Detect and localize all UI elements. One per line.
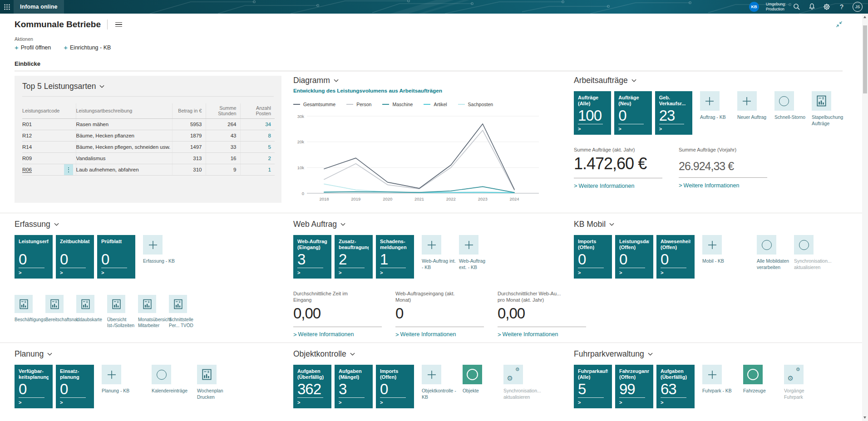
top5-title[interactable]: Top 5 Leistungsarten	[22, 82, 104, 91]
help-icon[interactable]: ?	[838, 3, 846, 11]
cell-stunden[interactable]: 43	[206, 130, 240, 142]
table-row-selected[interactable]: R06 Laub aufnehmen, abfahren 310 9 1	[22, 164, 275, 176]
web-auftrag-title[interactable]: Web Auftrag	[293, 220, 345, 229]
action-web-auftrag-int[interactable]: Web-Auftrag int. - KB	[422, 235, 452, 270]
diagramm-title[interactable]: Diagramm	[293, 76, 339, 85]
cell-betrag[interactable]: 1879	[172, 130, 206, 142]
cell-code[interactable]: R12	[22, 130, 76, 142]
report-uebersicht-sollzeiten[interactable]: Übersicht Ist-/Sollzeiten	[107, 295, 137, 328]
cell-posten-link[interactable]: 5	[240, 142, 275, 153]
action-schnell-storno[interactable]: Schnell-Storno	[774, 91, 804, 121]
cell-stunden[interactable]: 9	[206, 164, 240, 176]
weitere-informationen-link[interactable]: > Weitere Informationen	[574, 182, 662, 189]
action-auftrag-kb[interactable]: Auftrag - KB	[700, 91, 730, 121]
cue-tile-aufgaben-ueberfaellig[interactable]: Aufgaben (Überfällig) 362 >	[293, 365, 331, 408]
report-monatsuebersicht[interactable]: Monatsübersicht Mitarbeiter	[138, 295, 168, 328]
cue-tile-imports-offen[interactable]: Imports (Offen) 0 >	[376, 365, 414, 408]
cue-tile-pruefblatt[interactable]: Prüfblatt 0 >	[97, 235, 135, 279]
cue-tile-zusatzbeauftragungen[interactable]: Zusatz-beauftragungen 2 >	[335, 235, 373, 279]
cue-tile-aufgaben-maengel[interactable]: Aufgaben (Mängel) 3 >	[335, 365, 373, 408]
cue-tile-auftraege-alle[interactable]: Aufträge (Alle) 100 >	[574, 91, 611, 135]
cell-code[interactable]: R14	[22, 142, 76, 153]
action-kalendereintraege[interactable]: Kalendereinträge	[152, 365, 182, 394]
action-wochenplan-drucken[interactable]: Wochenplan Drucken	[197, 365, 227, 400]
scrollbar-thumb[interactable]	[863, 25, 867, 93]
action-synchronisation[interactable]: ⚙︎⚙︎ Synchronisation... aktualisieren	[503, 365, 533, 400]
action-alle-mobildaten[interactable]: Alle Mobildaten verarbeiten	[757, 235, 787, 270]
cue-tile-auftraege-neu[interactable]: Aufträge (Neu) 0 >	[614, 91, 651, 135]
cue-tile-imports-offen[interactable]: Imports (Offen) 0 >	[574, 235, 612, 279]
app-launcher-icon[interactable]	[0, 0, 14, 14]
cell-desc[interactable]: Vandalismus	[76, 153, 172, 164]
cell-stunden[interactable]: 16	[206, 153, 240, 164]
cell-posten-link[interactable]: 34	[240, 119, 275, 130]
collapse-icon[interactable]	[836, 21, 843, 29]
action-vorgaenge-fuhrpark[interactable]: ⚙︎⚙︎ Vorgänge Fuhrpark	[784, 365, 814, 400]
cell-posten-link[interactable]: 8	[240, 130, 275, 142]
cue-tile-web-auftrag-eingang[interactable]: Web-Auftrag (Eingang) 3 >	[293, 235, 331, 279]
legend-item[interactable]: Maschine	[382, 102, 413, 107]
cell-stunden[interactable]: 33	[206, 142, 240, 153]
legend-item[interactable]: Artikel	[424, 102, 447, 107]
app-title[interactable]: Infoma online	[14, 0, 64, 14]
cell-code[interactable]: R01	[22, 119, 76, 130]
cue-tile-fuhrparkauftraege-alle[interactable]: Fuhrparkaufträ... (Alle) 5 >	[574, 365, 612, 408]
cell-code-link[interactable]: R06	[22, 167, 32, 173]
report-schnittstelle-tvoed[interactable]: Schnittstelle Per... TVÖD	[169, 295, 199, 328]
setup-kb-action[interactable]: + Einrichtung - KB	[64, 44, 111, 51]
action-fahrzeuge[interactable]: Fahrzeuge	[743, 365, 773, 394]
cue-tile-leistungsdaten-offen[interactable]: Leistungsdaten (Offen) 0 >	[615, 235, 653, 279]
table-row[interactable]: R12 Bäume, Hecken pflanzen 1879 43 8	[22, 130, 275, 142]
col-header-stunden[interactable]: Summe Stunden	[206, 103, 240, 119]
cell-betrag[interactable]: 5953	[172, 119, 206, 130]
vertical-scrollbar[interactable]	[862, 14, 868, 421]
col-header-code[interactable]: Leistungsartcode	[22, 103, 76, 119]
action-synchronisation[interactable]: Synchronisation... aktualisieren	[794, 235, 824, 270]
weitere-informationen-link[interactable]: > Weitere Informationen	[498, 331, 586, 338]
cell-posten-link[interactable]: 2	[240, 153, 275, 164]
action-objektkontrolle-kb[interactable]: Objektkontrolle - KB	[422, 365, 452, 400]
cell-betrag[interactable]: 313	[172, 153, 206, 164]
objektkontrolle-title[interactable]: Objektkontrolle	[293, 349, 355, 359]
search-icon[interactable]	[793, 3, 801, 11]
cell-desc[interactable]: Bäume, Hecken pflanzen	[76, 130, 172, 142]
chart-title-link[interactable]: Entwicklung des Leistungsvolumens aus Ar…	[293, 88, 562, 94]
legend-item[interactable]: Gesamtsumme	[293, 102, 335, 107]
cell-desc[interactable]: Bäume, Hecken pflegen, schneiden usw.	[76, 142, 172, 153]
cell-code[interactable]: R09	[22, 153, 76, 164]
fuhrpark-title[interactable]: Fuhrparkverwaltung	[574, 349, 653, 359]
cue-tile-fahrzeugannahme-offen[interactable]: Fahrzeuganna... (Offen) 99 >	[615, 365, 653, 408]
cell-code[interactable]: R06	[22, 164, 76, 176]
table-row[interactable]: R01 Rasen mähen 5953 264 34	[22, 119, 275, 130]
arbeitsauftraege-title[interactable]: Arbeitsaufträge	[574, 76, 636, 85]
cue-tile-einsatzplanung[interactable]: Einsatz-planung 0 >	[56, 365, 94, 408]
cell-stunden[interactable]: 264	[206, 119, 240, 130]
report-urlaubskarte[interactable]: Urlaubskarte	[76, 295, 106, 328]
action-erfassung-kb[interactable]: Erfassung - KB	[143, 235, 173, 264]
cue-tile-leistungserfassung[interactable]: Leistungserfas... 0 >	[15, 235, 53, 279]
legend-item[interactable]: Sachposten	[458, 102, 493, 107]
notifications-bell-icon[interactable]	[808, 3, 816, 11]
cue-tile-abwesenheiten-offen[interactable]: Abwesenheiten (Offen) 0 >	[656, 235, 695, 279]
weitere-informationen-link[interactable]: > Weitere Informationen	[395, 331, 484, 338]
scroll-up-arrow-icon[interactable]	[863, 16, 866, 18]
cell-desc[interactable]: Laub aufnehmen, abfahren	[76, 164, 172, 176]
cell-desc[interactable]: Rasen mähen	[76, 119, 172, 130]
action-objekte[interactable]: Objekte	[463, 365, 493, 394]
legend-item[interactable]: Person	[346, 102, 371, 107]
scroll-down-arrow-icon[interactable]	[863, 416, 866, 419]
table-row[interactable]: R14 Bäume, Hecken pflegen, schneiden usw…	[22, 142, 275, 153]
erfassung-title[interactable]: Erfassung	[15, 220, 59, 229]
row-context-menu-icon[interactable]	[64, 164, 73, 176]
weitere-informationen-link[interactable]: > Weitere Informationen	[679, 182, 767, 189]
col-header-betrag[interactable]: Betrag in €	[172, 103, 206, 119]
action-neuer-auftrag[interactable]: Neuer Auftrag	[737, 91, 767, 121]
report-beschaeftigungs[interactable]: Beschäftigungs...	[15, 295, 44, 328]
menu-icon[interactable]	[114, 21, 123, 29]
cue-tile-aufgaben-ueberfaellig[interactable]: Aufgaben (Überfällig) 63 >	[656, 365, 695, 408]
action-fuhrpark-kb[interactable]: Fuhrpark - KB	[702, 365, 732, 394]
action-web-auftrag-ext[interactable]: Web-Auftrag ext. - KB	[459, 235, 489, 270]
planung-title[interactable]: Planung	[15, 349, 52, 359]
cue-tile-zeitbuchblatt[interactable]: Zeitbuchblatt 0 >	[56, 235, 94, 279]
col-header-desc[interactable]: Leistungsartbeschreibung	[76, 103, 172, 119]
